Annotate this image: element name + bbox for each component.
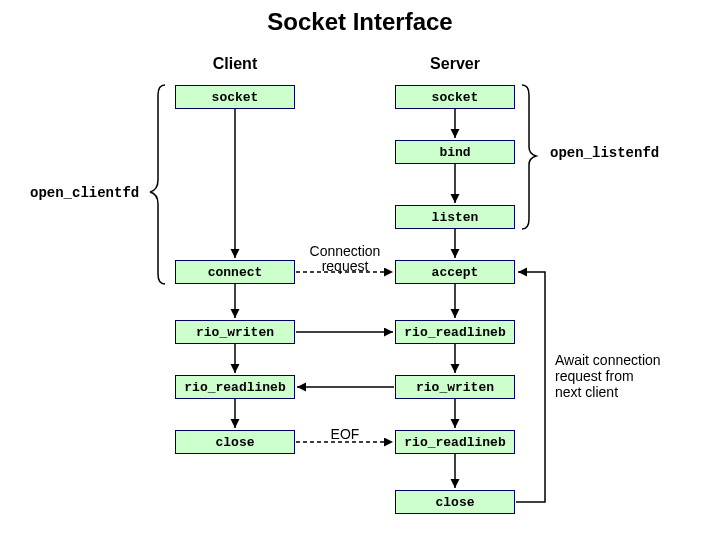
await-annotation-3: next client bbox=[555, 384, 618, 400]
client-header: Client bbox=[175, 55, 295, 73]
server-listen-label: listen bbox=[432, 210, 479, 225]
server-accept-label: accept bbox=[432, 265, 479, 280]
server-close-label: close bbox=[435, 495, 474, 510]
open-clientfd-label: open_clientfd bbox=[30, 185, 139, 201]
server-rio-readlineb-box: rio_readlineb bbox=[395, 320, 515, 344]
client-connect-box: connect bbox=[175, 260, 295, 284]
await-annotation-1: Await connection bbox=[555, 352, 661, 368]
server-rio-writen-label: rio_writen bbox=[416, 380, 494, 395]
server-accept-box: accept bbox=[395, 260, 515, 284]
server-socket-label: socket bbox=[432, 90, 479, 105]
server-rio-writen-box: rio_writen bbox=[395, 375, 515, 399]
server-rio-readlineb2-box: rio_readlineb bbox=[395, 430, 515, 454]
client-rio-writen-box: rio_writen bbox=[175, 320, 295, 344]
page-title: Socket Interface bbox=[0, 8, 720, 36]
server-bind-box: bind bbox=[395, 140, 515, 164]
server-rio-readlineb-label: rio_readlineb bbox=[404, 325, 505, 340]
connection-request-label-1: Connection bbox=[300, 243, 390, 259]
client-rio-writen-label: rio_writen bbox=[196, 325, 274, 340]
client-close-box: close bbox=[175, 430, 295, 454]
connection-request-label-2: request bbox=[300, 258, 390, 274]
client-socket-box: socket bbox=[175, 85, 295, 109]
eof-label: EOF bbox=[310, 426, 380, 442]
await-annotation-2: request from bbox=[555, 368, 634, 384]
open-listenfd-label: open_listenfd bbox=[550, 145, 659, 161]
client-rio-readlineb-box: rio_readlineb bbox=[175, 375, 295, 399]
client-socket-label: socket bbox=[212, 90, 259, 105]
server-close-box: close bbox=[395, 490, 515, 514]
server-rio-readlineb2-label: rio_readlineb bbox=[404, 435, 505, 450]
client-close-label: close bbox=[215, 435, 254, 450]
server-socket-box: socket bbox=[395, 85, 515, 109]
client-connect-label: connect bbox=[208, 265, 263, 280]
client-rio-readlineb-label: rio_readlineb bbox=[184, 380, 285, 395]
server-bind-label: bind bbox=[439, 145, 470, 160]
server-header: Server bbox=[395, 55, 515, 73]
server-listen-box: listen bbox=[395, 205, 515, 229]
